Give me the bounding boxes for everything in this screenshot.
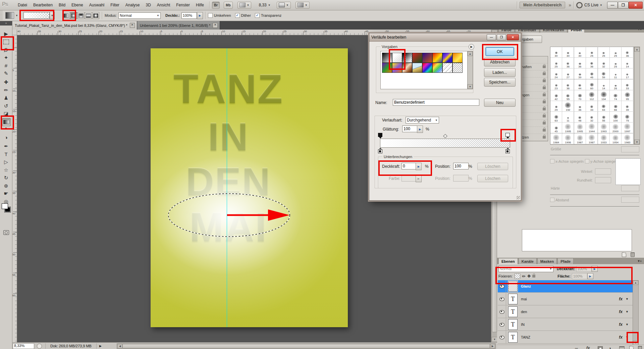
gradient-preset[interactable] [392, 53, 402, 63]
brush-preset[interactable]: 26 [610, 80, 621, 90]
tab-ebenen[interactable]: Ebenen [498, 258, 518, 264]
smoothness-field[interactable] [402, 126, 418, 132]
color-stop-left[interactable] [378, 149, 382, 153]
new-layer-icon[interactable] [629, 346, 634, 349]
menu-datei[interactable]: Datei [15, 1, 30, 9]
brush-preset[interactable]: 25 [610, 58, 621, 68]
quick-selection-tool[interactable]: ✦ [2, 54, 10, 61]
dialog-title-bar[interactable]: Verläufe bearbeiten — ❐ ✕ [369, 33, 521, 42]
opacity-spinner[interactable]: ▶ [197, 12, 203, 19]
brush-preset[interactable]: 2000 [610, 122, 621, 133]
gradient-strip[interactable] [380, 139, 510, 148]
layer-fx-expander[interactable]: ▼ [626, 297, 629, 301]
brush-preset[interactable]: 25 [598, 47, 609, 57]
layers-scrollbar[interactable]: ▲ ▼ [633, 280, 639, 345]
scroll-up-button[interactable]: ▲ [633, 281, 638, 285]
layer-fx-icon[interactable]: fx [619, 309, 623, 314]
gradient-preset[interactable] [382, 53, 392, 63]
brush-preset[interactable]: 59 [598, 68, 609, 79]
layer-style-icon[interactable]: fx [586, 346, 590, 349]
brush-preset[interactable]: 39 [574, 68, 586, 79]
minimize-button[interactable]: — [607, 2, 618, 9]
menu-bearbeiten[interactable]: Bearbeiten [30, 1, 56, 9]
bridge-button[interactable]: Br [212, 2, 220, 9]
horizontal-scroll-thumb[interactable] [122, 344, 490, 348]
brush-preset[interactable]: 33 [586, 101, 597, 111]
menu-3d[interactable]: 3D [143, 1, 154, 9]
cancel-button[interactable]: Abbrechen [484, 58, 516, 66]
gradient-preset[interactable] [402, 63, 412, 73]
menu-auswahl[interactable]: Auswahl [86, 1, 107, 9]
brush-preset[interactable]: 14 [598, 80, 609, 90]
gradient-preset[interactable] [422, 53, 432, 63]
brush-preset[interactable]: 44 [574, 80, 586, 90]
brush-preset[interactable]: 1983 [622, 134, 633, 144]
brush-preset[interactable]: 39 [622, 101, 633, 111]
layer-row-tanz[interactable]: TTANZfx▼ [498, 331, 633, 344]
layer-opacity-spinner[interactable]: ▶ [592, 266, 598, 272]
reflected-gradient-button[interactable] [85, 12, 92, 19]
visibility-cell[interactable] [498, 280, 506, 292]
restore-button[interactable]: ❐ [618, 2, 629, 9]
brush-preset[interactable]: 63 [550, 112, 562, 122]
gradient-preset[interactable] [382, 63, 392, 73]
menu-hilfe[interactable]: Hilfe [193, 1, 207, 9]
brush-preset[interactable]: 36 [574, 101, 586, 111]
layer-row-mai[interactable]: Tmaifx▼ [498, 293, 633, 305]
ruler-origin[interactable] [12, 30, 17, 35]
scroll-down-button[interactable]: ▼ [468, 84, 473, 89]
layers-panel-menu-icon[interactable]: ▼≡ [637, 259, 641, 263]
checkbox-transparenz[interactable]: ✓Transparenz [255, 13, 281, 18]
brush-preset[interactable]: 32 [598, 58, 609, 68]
custom-shape-tool[interactable]: ☆ [2, 166, 10, 174]
presets-scrollbar[interactable]: ▲ ▼ [467, 51, 473, 89]
brush-preset[interactable]: 1954 [610, 134, 621, 144]
brush-preset[interactable]: 24 [550, 68, 562, 79]
brush-preset[interactable]: 1987 [574, 134, 586, 144]
brush-preset[interactable]: 36 [622, 47, 633, 57]
layer-thumbnail[interactable]: T [508, 332, 518, 343]
stop-position-field[interactable] [453, 163, 469, 169]
gradient-preset[interactable] [392, 63, 402, 73]
lock-pixels-icon[interactable]: ✏ [522, 274, 526, 279]
foreground-color-swatch[interactable] [2, 203, 8, 209]
brush-preset[interactable]: 48 [574, 112, 586, 122]
brush-preset[interactable]: 192 [562, 101, 574, 111]
delete-brush-icon[interactable] [631, 252, 635, 257]
dialog-resize-grip[interactable] [517, 196, 520, 199]
checkbox-box[interactable]: ✓ [235, 13, 240, 18]
lock-transparency-icon[interactable] [515, 273, 520, 279]
layer-row-glanz[interactable]: Glanz [498, 280, 633, 293]
new-group-icon[interactable] [619, 346, 625, 349]
brush-tool[interactable]: ✏ [2, 87, 10, 94]
brush-preset[interactable]: 23 [550, 80, 562, 90]
brush-preset[interactable]: 60 [586, 80, 597, 90]
brush-preset[interactable]: 112 [586, 90, 597, 101]
brush-preset[interactable]: 33 [622, 80, 633, 90]
dodge-tool[interactable]: ◑ [2, 134, 10, 141]
brush-grid-scrollbar[interactable]: ▲ ▼ [634, 47, 640, 145]
arrange-documents-button[interactable]: ▼ [277, 2, 291, 9]
ok-button[interactable]: OK [485, 47, 514, 56]
gradient-preset[interactable] [432, 53, 442, 63]
layer-fx-expander[interactable]: ▼ [626, 310, 629, 313]
visibility-cell[interactable] [498, 306, 506, 318]
layer-opacity-field[interactable]: 100% [576, 266, 592, 272]
blur-tool[interactable]: ❜ [2, 126, 10, 133]
brush-preset[interactable]: 25 [550, 58, 562, 68]
crop-tool[interactable]: # [2, 62, 10, 69]
gradient-name-input[interactable] [393, 99, 479, 106]
stop-opacity-spinner[interactable]: ▶ [416, 163, 422, 170]
scroll-up-button[interactable]: ▲ [634, 47, 640, 52]
status-menu-arrow[interactable]: ▶ [99, 344, 102, 348]
scroll-left-button[interactable]: ◀ [117, 344, 122, 348]
path-selection-tool[interactable]: ▷ [2, 158, 10, 166]
history-brush-tool[interactable]: ↺ [2, 102, 10, 110]
brush-preset[interactable]: 75 [622, 112, 633, 122]
brush-preset[interactable]: 55 [598, 112, 609, 122]
brush-preset[interactable]: 29 [550, 101, 562, 111]
eyedropper-tool[interactable]: ✎ [2, 70, 10, 77]
brush-preset[interactable]: 1984 [550, 134, 562, 144]
gradient-preset[interactable] [432, 63, 442, 73]
gradient-preset[interactable] [452, 53, 463, 63]
